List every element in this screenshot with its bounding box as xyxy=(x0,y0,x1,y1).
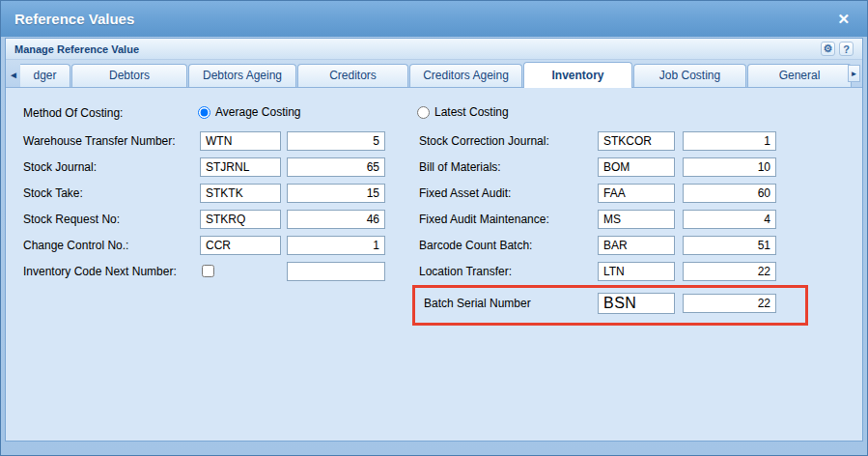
average-costing-label: Average Costing xyxy=(215,105,301,119)
tab-general[interactable]: General xyxy=(747,64,852,87)
fixed-asset-audit-value-input[interactable] xyxy=(683,184,776,203)
barcode-count-batch-label: Barcode Count Batch: xyxy=(419,236,532,255)
stock-request-no-value-input[interactable] xyxy=(287,210,385,229)
stock-take-label: Stock Take: xyxy=(23,184,83,203)
inventory-code-next-number-label: Inventory Code Next Number: xyxy=(23,262,177,281)
stock-journal-code-input[interactable] xyxy=(200,157,281,177)
location-transfer-label: Location Transfer: xyxy=(419,262,512,281)
panel-title: Manage Reference Value xyxy=(14,43,139,55)
tab-ledger-partial[interactable]: dger xyxy=(20,64,70,87)
method-of-costing-label: Method Of Costing: xyxy=(23,103,123,123)
stock-journal-label: Stock Journal: xyxy=(23,157,97,177)
inventory-tab-content: Method Of Costing: Average Costing Lates… xyxy=(6,88,862,441)
location-transfer-code-input[interactable] xyxy=(598,262,675,281)
fixed-audit-maintenance-code-input[interactable] xyxy=(598,210,675,229)
tab-debtors[interactable]: Debtors xyxy=(71,64,187,87)
tab-creditors[interactable]: Creditors xyxy=(297,64,408,87)
fixed-asset-audit-code-input[interactable] xyxy=(598,184,675,203)
tab-scroll-left-icon[interactable]: ◄ xyxy=(9,70,18,80)
warehouse-transfer-number-code-input[interactable] xyxy=(200,131,281,151)
panel-header: Manage Reference Value ⚙ ? xyxy=(6,39,862,60)
tab-scroll-right-icon[interactable]: ► xyxy=(848,65,860,82)
tab-debtors-ageing[interactable]: Debtors Ageing xyxy=(188,64,296,87)
stock-request-no-label: Stock Request No: xyxy=(23,210,120,229)
tab-job-costing[interactable]: Job Costing xyxy=(633,64,746,87)
batch-serial-number-label: Batch Serial Number xyxy=(424,294,531,313)
stock-journal-value-input[interactable] xyxy=(287,157,385,177)
fixed-asset-audit-label: Fixed Asset Audit: xyxy=(419,184,511,203)
warehouse-transfer-number-value-input[interactable] xyxy=(287,131,385,151)
batch-serial-number-code-input[interactable] xyxy=(598,293,675,314)
latest-costing-radio-input[interactable] xyxy=(417,106,430,119)
header-icons: ⚙ ? xyxy=(821,42,854,56)
stock-request-no-code-input[interactable] xyxy=(200,210,281,229)
barcode-count-batch-code-input[interactable] xyxy=(598,236,675,255)
barcode-count-batch-value-input[interactable] xyxy=(683,236,776,255)
change-control-no-code-input[interactable] xyxy=(200,236,281,255)
tab-creditors-ageing[interactable]: Creditors Ageing xyxy=(409,64,522,87)
inventory-code-next-number-input[interactable] xyxy=(287,262,385,281)
close-icon[interactable]: ✕ xyxy=(833,10,854,28)
fixed-audit-maintenance-label: Fixed Audit Maintenance: xyxy=(419,210,549,229)
settings-icon[interactable]: ⚙ xyxy=(821,42,835,56)
change-control-no-label: Change Control No.: xyxy=(23,236,128,255)
change-control-no-value-input[interactable] xyxy=(287,236,385,255)
inventory-code-next-number-checkbox[interactable] xyxy=(202,265,214,277)
window-title: Reference Values xyxy=(14,11,134,27)
bill-of-materials-value-input[interactable] xyxy=(683,157,776,177)
manage-reference-value-panel: Manage Reference Value ⚙ ? ◄ dger Debtor… xyxy=(5,38,863,442)
stock-correction-journal-label: Stock Correction Journal: xyxy=(419,131,549,151)
average-costing-radio-input[interactable] xyxy=(198,106,210,119)
latest-costing-radio[interactable]: Latest Costing xyxy=(417,105,509,119)
average-costing-radio[interactable]: Average Costing xyxy=(198,105,301,119)
latest-costing-label: Latest Costing xyxy=(434,105,509,119)
bill-of-materials-code-input[interactable] xyxy=(598,157,675,177)
fixed-audit-maintenance-value-input[interactable] xyxy=(683,210,776,229)
stock-take-value-input[interactable] xyxy=(287,184,385,203)
bill-of-materials-label: Bill of Materials: xyxy=(419,157,501,177)
window-titlebar: Reference Values ✕ xyxy=(1,1,867,37)
tab-strip: ◄ dger Debtors Debtors Ageing Creditors … xyxy=(6,60,862,88)
stock-correction-journal-code-input[interactable] xyxy=(598,131,675,151)
warehouse-transfer-number-label: Warehouse Transfer Number: xyxy=(23,131,176,151)
tab-inventory[interactable]: Inventory xyxy=(523,62,632,88)
stock-correction-journal-value-input[interactable] xyxy=(683,131,776,151)
help-icon[interactable]: ? xyxy=(839,42,854,56)
location-transfer-value-input[interactable] xyxy=(683,262,776,281)
stock-take-code-input[interactable] xyxy=(200,184,281,203)
batch-serial-number-value-input[interactable] xyxy=(683,294,776,313)
reference-values-window: Reference Values ✕ Manage Reference Valu… xyxy=(0,0,868,456)
